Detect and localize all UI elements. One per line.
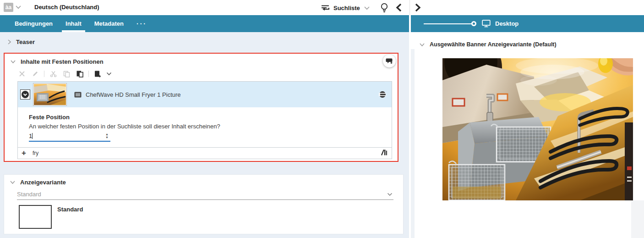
open-library-button[interactable] <box>381 149 388 158</box>
device-slider-track[interactable] <box>424 23 472 24</box>
create-content-button[interactable] <box>93 69 102 78</box>
chevron-down-icon <box>10 60 16 64</box>
cut-button[interactable] <box>49 69 58 78</box>
search-list-icon <box>321 4 330 12</box>
section-fixed-positions: Inhalte mit Festen Positionen <box>4 53 398 162</box>
scissors-icon <box>50 71 57 77</box>
row-title-wrap: ChefWave HD Small Fryer 1 Picture <box>74 91 181 98</box>
display-variant-title: Anzeigevariante <box>20 179 66 186</box>
device-label: Desktop <box>495 20 518 27</box>
toolbar-divider <box>44 71 44 77</box>
view-mode-chevron-icon <box>364 6 370 10</box>
view-mode-dropdown[interactable]: Suchliste <box>321 2 370 13</box>
library-icon <box>381 149 388 156</box>
device-slider-knob[interactable] <box>471 21 476 26</box>
section-teaser[interactable]: Teaser <box>7 39 35 45</box>
form-content: Teaser Inhalte mit Festen Positionen <box>0 32 409 238</box>
linklist-add-row[interactable]: + fry <box>18 147 392 159</box>
pencil-icon <box>32 71 38 77</box>
copy-icon <box>63 71 70 77</box>
content-thumbnail <box>33 83 67 106</box>
stepper-up-icon[interactable]: ▲ <box>105 133 109 136</box>
add-comment-button[interactable] <box>383 55 396 67</box>
bottom-right-spacer <box>631 200 644 238</box>
row-title: ChefWave HD Small Fryer 1 Picture <box>86 91 181 98</box>
row-expand-button[interactable] <box>20 89 30 100</box>
display-variant-option[interactable]: Standard <box>19 205 83 229</box>
form-tab-bar: Bedingungen Inhalt Metadaten ··· <box>0 15 409 32</box>
variant-preview-box <box>19 205 52 229</box>
banner-preview-image <box>442 58 633 200</box>
device-bar: Desktop <box>411 15 644 32</box>
desktop-monitor-icon <box>482 20 491 28</box>
locale-label: Deutsch (Deutschland) <box>34 4 99 11</box>
remove-button[interactable] <box>17 69 27 78</box>
stepper-down-icon[interactable]: ▼ <box>105 136 109 139</box>
create-content-chevron-icon[interactable] <box>106 72 112 76</box>
fixed-position-question: An welcher festen Position in der Suchli… <box>29 123 392 130</box>
chevron-right-icon <box>7 39 11 45</box>
tab-inhalt[interactable]: Inhalt <box>59 15 88 32</box>
tab-bedingungen[interactable]: Bedingungen <box>8 15 59 32</box>
fixed-position-input[interactable]: 1 ▲ ▼ <box>29 132 110 142</box>
navigate-back-icon[interactable] <box>395 3 403 12</box>
navigate-forward-icon[interactable] <box>414 3 422 12</box>
select-chevron-icon <box>387 193 393 196</box>
fixed-positions-linklist: ChefWave HD Small Fryer 1 Picture <box>17 81 392 159</box>
document-form-panel: Bedingungen Inhalt Metadaten ··· Teaser … <box>0 15 409 238</box>
fixed-position-form: Feste Position An welcher festen Positio… <box>18 107 392 142</box>
top-bar: àa Deutsch (Deutschland) Suchliste <box>0 0 644 15</box>
number-stepper[interactable]: ▲ ▼ <box>105 133 109 139</box>
globe-status-icon <box>379 91 386 98</box>
comment-plus-icon <box>386 57 393 65</box>
linklist-toolbar <box>17 69 112 78</box>
text-caret <box>32 133 33 139</box>
fixed-position-value: 1 <box>29 133 32 139</box>
section-teaser-title: Teaser <box>16 39 35 45</box>
section-fixed-positions-title: Inhalte mit Festen Positionen <box>21 58 104 65</box>
section-fixed-positions-header[interactable]: Inhalte mit Festen Positionen <box>10 58 104 65</box>
display-variant-selected: Standard <box>17 191 41 198</box>
display-variant-header[interactable]: Anzeigevariante <box>10 179 66 186</box>
preview-panel: Desktop Ausgewählte Banner Anzeigevarian… <box>411 15 644 238</box>
toolbar-divider <box>88 71 89 77</box>
fixed-position-label: Feste Position <box>29 114 392 121</box>
section-display-variant: Anzeigevariante Standard Standard <box>4 174 404 234</box>
preview-content: Ausgewählte Banner Anzeigevariante (Defa… <box>411 32 644 238</box>
preview-section-title: Ausgewählte Banner Anzeigevariante (Defa… <box>430 41 557 48</box>
top-bar-divider <box>409 0 410 15</box>
chevron-down-icon <box>10 180 16 184</box>
add-search-text[interactable]: fry <box>33 150 38 156</box>
language-icon[interactable]: àa <box>4 3 13 12</box>
tab-metadaten[interactable]: Metadaten <box>88 15 130 32</box>
language-dropdown-chevron-icon[interactable] <box>15 5 22 9</box>
studio-window: àa Deutsch (Deutschland) Suchliste <box>0 0 644 238</box>
paste-button[interactable] <box>75 69 84 78</box>
copy-button[interactable] <box>62 69 71 78</box>
paste-icon <box>76 70 84 78</box>
preview-scroll-track <box>411 49 415 238</box>
remove-x-icon <box>19 71 25 77</box>
row-status-icon-wrap[interactable] <box>379 91 386 100</box>
display-variant-select[interactable]: Standard <box>17 190 393 200</box>
chevron-down-icon <box>419 43 425 47</box>
hint-lightbulb-icon[interactable] <box>379 2 389 13</box>
add-document-icon <box>94 70 102 78</box>
preview-section-header[interactable]: Ausgewählte Banner Anzeigevariante (Defa… <box>419 41 557 48</box>
circle-chevron-down-icon <box>21 90 29 99</box>
picture-type-icon <box>74 92 82 98</box>
linklist-row[interactable]: ChefWave HD Small Fryer 1 Picture <box>18 82 392 107</box>
tab-overflow-menu[interactable]: ··· <box>130 15 153 32</box>
edit-button[interactable] <box>31 69 40 78</box>
variant-option-label: Standard <box>57 206 83 213</box>
view-mode-label: Suchliste <box>333 5 360 11</box>
add-plus-icon[interactable]: + <box>22 149 26 158</box>
